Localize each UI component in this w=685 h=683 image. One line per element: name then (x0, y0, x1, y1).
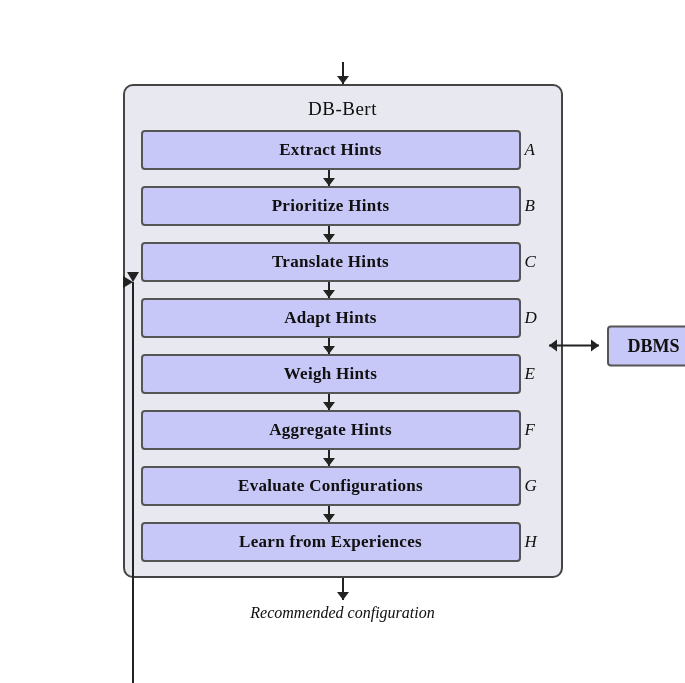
arrow-c-d (141, 282, 545, 298)
step-label-b: B (521, 196, 545, 216)
steps-wrapper: Extract Hints A Prioritize Hints B Tra (141, 130, 545, 562)
step-box-evaluate: Evaluate Configurations (141, 466, 521, 506)
dbms-arrow-line (549, 345, 599, 347)
arrow-a-b (141, 170, 545, 186)
svg-marker-2 (127, 272, 139, 282)
step-label-a: A (521, 140, 545, 160)
step-box-adapt: Adapt Hints (141, 298, 521, 338)
arrow-d-e (141, 338, 545, 354)
dbms-container: DBMS (549, 325, 685, 366)
step-box-translate: Translate Hints (141, 242, 521, 282)
step-row-f: Aggregate Hints F (141, 410, 545, 450)
step-row-c: Translate Hints C (141, 242, 545, 282)
step-box-weigh: Weigh Hints (141, 354, 521, 394)
step-row-a: Extract Hints A (141, 130, 545, 170)
step-row-e: Weigh Hints E (141, 354, 545, 394)
bottom-arrow (342, 578, 344, 600)
step-label-e: E (521, 364, 545, 384)
step-label-f: F (521, 420, 545, 440)
step-label-c: C (521, 252, 545, 272)
step-label-g: G (521, 476, 545, 496)
bottom-label: Recommended configuration (250, 604, 434, 622)
step-label-h: H (521, 532, 545, 552)
arrow-f-g (141, 450, 545, 466)
feedback-arrow-svg (123, 130, 143, 562)
arrow-e-f (141, 394, 545, 410)
step-row-g: Evaluate Configurations G (141, 466, 545, 506)
step-box-prioritize: Prioritize Hints (141, 186, 521, 226)
top-arrow (342, 62, 344, 84)
arrow-b-c (141, 226, 545, 242)
diagram-container: DB-Bert Extract Hints A Prioritize Hints… (123, 62, 563, 622)
step-label-d: D (521, 308, 545, 328)
step-box-extract: Extract Hints (141, 130, 521, 170)
arrow-g-h (141, 506, 545, 522)
step-row-d: Adapt Hints D (141, 298, 545, 338)
step-box-learn: Learn from Experiences (141, 522, 521, 562)
step-row-h: Learn from Experiences H (141, 522, 545, 562)
step-box-aggregate: Aggregate Hints (141, 410, 521, 450)
main-box: DB-Bert Extract Hints A Prioritize Hints… (123, 84, 563, 578)
step-row-b: Prioritize Hints B (141, 186, 545, 226)
dbms-box: DBMS (607, 325, 685, 366)
svg-marker-1 (123, 276, 133, 288)
main-title: DB-Bert (308, 98, 377, 120)
